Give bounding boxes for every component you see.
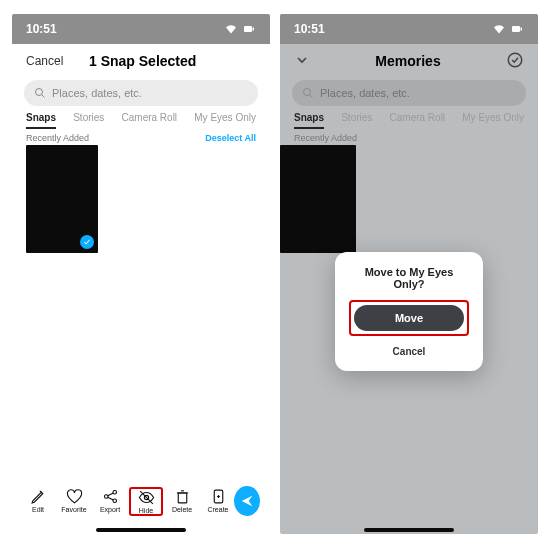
favorite-label: Favorite <box>61 506 86 513</box>
eye-off-icon <box>138 489 155 506</box>
home-indicator <box>96 528 186 532</box>
nav-bar: Cancel 1 Snap Selected <box>12 44 270 78</box>
tab-stories[interactable]: Stories <box>73 112 104 129</box>
tabs: Snaps Stories Camera Roll My Eyes Only <box>12 112 270 129</box>
snap-thumbnail[interactable] <box>26 145 98 253</box>
gallery-header: Recently Added Deselect All <box>12 129 270 145</box>
phone-right: 10:51 Memories Places, dates, etc. Snaps… <box>280 14 538 534</box>
svg-rect-0 <box>244 26 252 32</box>
send-icon <box>240 494 254 508</box>
svg-line-8 <box>107 497 113 500</box>
wifi-icon <box>224 23 238 35</box>
cancel-button[interactable]: Cancel <box>26 54 63 68</box>
status-time: 10:51 <box>294 22 325 36</box>
svg-line-7 <box>107 492 113 495</box>
page-title: 1 Snap Selected <box>89 53 196 69</box>
phone-left: 10:51 Cancel 1 Snap Selected Places, dat… <box>12 14 270 534</box>
create-button[interactable]: Create <box>202 488 234 515</box>
tab-snaps[interactable]: Snaps <box>26 112 56 129</box>
status-icons <box>224 23 256 35</box>
delete-button[interactable]: Delete <box>166 488 198 515</box>
hide-button[interactable]: Hide <box>130 488 162 515</box>
move-button[interactable]: Move <box>354 305 464 331</box>
heart-icon <box>66 488 83 505</box>
tab-my-eyes-only[interactable]: My Eyes Only <box>194 112 256 129</box>
dialog-title: Move to My Eyes Only? <box>349 266 469 290</box>
delete-label: Delete <box>172 506 192 513</box>
favorite-button[interactable]: Favorite <box>58 488 90 515</box>
pencil-icon <box>30 488 47 505</box>
export-button[interactable]: Export <box>94 488 126 515</box>
status-time: 10:51 <box>26 22 57 36</box>
search-input[interactable]: Places, dates, etc. <box>24 80 258 106</box>
move-dialog: Move to My Eyes Only? Move Cancel <box>335 252 483 371</box>
edit-button[interactable]: Edit <box>22 488 54 515</box>
gallery <box>12 145 270 253</box>
check-icon <box>83 238 91 246</box>
wifi-icon <box>492 23 506 35</box>
recently-added-label: Recently Added <box>26 133 89 143</box>
svg-line-3 <box>42 95 45 98</box>
svg-point-2 <box>36 89 43 96</box>
export-label: Export <box>100 506 120 513</box>
svg-rect-1 <box>253 28 255 31</box>
search-icon <box>34 87 46 99</box>
edit-label: Edit <box>32 506 44 513</box>
search-placeholder: Places, dates, etc. <box>52 87 142 99</box>
tab-camera-roll[interactable]: Camera Roll <box>122 112 178 129</box>
status-bar: 10:51 <box>12 14 270 44</box>
create-icon <box>210 488 227 505</box>
hide-label: Hide <box>139 507 153 514</box>
svg-rect-11 <box>178 492 187 502</box>
highlight-box: Move <box>349 300 469 336</box>
svg-rect-17 <box>512 26 520 32</box>
export-icon <box>102 488 119 505</box>
home-indicator <box>364 528 454 532</box>
status-icons <box>492 23 524 35</box>
deselect-all-button[interactable]: Deselect All <box>205 133 256 143</box>
create-label: Create <box>207 506 228 513</box>
send-button[interactable] <box>234 486 260 516</box>
selected-badge <box>80 235 94 249</box>
battery-icon <box>242 23 256 35</box>
status-bar: 10:51 <box>280 14 538 44</box>
trash-icon <box>174 488 191 505</box>
bottom-toolbar: Edit Favorite Export Hide Delete <box>12 478 270 524</box>
dialog-cancel-button[interactable]: Cancel <box>349 342 469 361</box>
svg-rect-18 <box>521 28 523 31</box>
battery-icon <box>510 23 524 35</box>
